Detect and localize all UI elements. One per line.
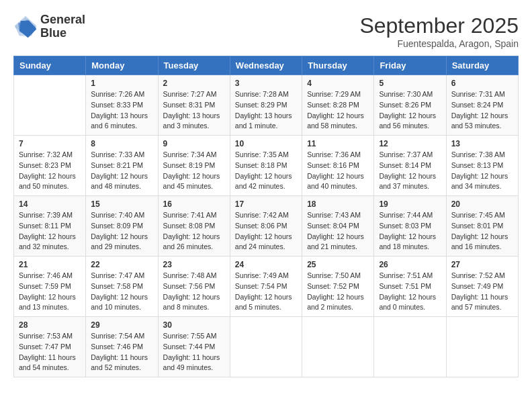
day-info: Sunrise: 7:40 AM Sunset: 8:09 PM Dayligh…: [91, 210, 152, 253]
sunset-text: Sunset: 8:19 PM: [163, 161, 225, 171]
calendar-cell: 22 Sunrise: 7:47 AM Sunset: 7:58 PM Dayl…: [86, 257, 158, 317]
day-number: 11: [307, 139, 369, 148]
sunrise-text: Sunrise: 7:40 AM: [91, 210, 152, 221]
daylight-text: Daylight: 12 hours and 45 minutes.: [163, 171, 225, 193]
calendar-cell: 19 Sunrise: 7:44 AM Sunset: 8:03 PM Dayl…: [374, 196, 446, 257]
day-number: 14: [19, 199, 81, 209]
calendar-cell: [302, 317, 374, 377]
calendar-cell: 9 Sunrise: 7:34 AM Sunset: 8:19 PM Dayli…: [158, 136, 230, 196]
sunrise-text: Sunrise: 7:32 AM: [19, 150, 81, 161]
day-info: Sunrise: 7:55 AM Sunset: 7:44 PM Dayligh…: [163, 331, 225, 373]
daylight-text: Daylight: 12 hours and 58 minutes.: [307, 111, 369, 132]
sunrise-text: Sunrise: 7:44 AM: [379, 210, 441, 221]
calendar-cell: 2 Sunrise: 7:27 AM Sunset: 8:31 PM Dayli…: [158, 75, 230, 136]
calendar-header-row: SundayMondayTuesdayWednesdayThursdayFrid…: [14, 56, 519, 75]
sunset-text: Sunset: 7:56 PM: [163, 281, 225, 292]
sunset-text: Sunset: 8:08 PM: [163, 221, 225, 232]
daylight-text: Daylight: 11 hours and 49 minutes.: [163, 353, 225, 374]
sunrise-text: Sunrise: 7:50 AM: [307, 271, 369, 281]
logo-icon: [13, 15, 38, 39]
calendar-cell: 11 Sunrise: 7:36 AM Sunset: 8:16 PM Dayl…: [302, 136, 374, 196]
day-info: Sunrise: 7:32 AM Sunset: 8:23 PM Dayligh…: [19, 150, 81, 192]
sunrise-text: Sunrise: 7:45 AM: [451, 210, 513, 221]
sunset-text: Sunset: 7:44 PM: [163, 342, 225, 353]
sunrise-text: Sunrise: 7:27 AM: [163, 89, 225, 100]
calendar-cell: 26 Sunrise: 7:51 AM Sunset: 7:51 PM Dayl…: [374, 257, 446, 317]
day-number: 16: [163, 199, 225, 209]
sunrise-text: Sunrise: 7:28 AM: [235, 89, 297, 100]
day-info: Sunrise: 7:41 AM Sunset: 8:08 PM Dayligh…: [163, 210, 225, 253]
sunset-text: Sunset: 8:09 PM: [91, 221, 152, 232]
day-info: Sunrise: 7:29 AM Sunset: 8:28 PM Dayligh…: [307, 89, 369, 132]
logo-line1: General: [40, 13, 85, 27]
sunrise-text: Sunrise: 7:38 AM: [451, 150, 513, 161]
day-number: 23: [163, 260, 225, 269]
day-info: Sunrise: 7:48 AM Sunset: 7:56 PM Dayligh…: [163, 271, 225, 313]
sunset-text: Sunset: 7:49 PM: [451, 281, 513, 292]
day-info: Sunrise: 7:45 AM Sunset: 8:01 PM Dayligh…: [451, 210, 513, 253]
day-number: 28: [19, 320, 81, 330]
day-info: Sunrise: 7:42 AM Sunset: 8:06 PM Dayligh…: [235, 210, 297, 253]
calendar-cell: 7 Sunrise: 7:32 AM Sunset: 8:23 PM Dayli…: [14, 136, 86, 196]
day-info: Sunrise: 7:38 AM Sunset: 8:13 PM Dayligh…: [451, 150, 513, 192]
day-number: 21: [19, 260, 81, 269]
day-number: 7: [19, 139, 81, 148]
sunset-text: Sunset: 7:47 PM: [19, 342, 81, 353]
calendar-cell: 16 Sunrise: 7:41 AM Sunset: 8:08 PM Dayl…: [158, 196, 230, 257]
day-info: Sunrise: 7:43 AM Sunset: 8:04 PM Dayligh…: [307, 210, 369, 253]
calendar-cell: [14, 75, 86, 136]
day-number: 13: [451, 139, 513, 148]
daylight-text: Daylight: 12 hours and 50 minutes.: [19, 171, 81, 193]
sunset-text: Sunset: 8:13 PM: [451, 161, 513, 171]
sunrise-text: Sunrise: 7:30 AM: [379, 89, 441, 100]
sunset-text: Sunset: 7:51 PM: [379, 281, 441, 292]
daylight-text: Daylight: 12 hours and 26 minutes.: [163, 232, 225, 253]
calendar-cell: [446, 317, 518, 377]
calendar-cell: 14 Sunrise: 7:39 AM Sunset: 8:11 PM Dayl…: [14, 196, 86, 257]
calendar-cell: 10 Sunrise: 7:35 AM Sunset: 8:18 PM Dayl…: [230, 136, 302, 196]
logo-text: General Blue: [40, 13, 85, 40]
day-info: Sunrise: 7:39 AM Sunset: 8:11 PM Dayligh…: [19, 210, 81, 253]
sunset-text: Sunset: 8:16 PM: [307, 161, 369, 171]
sunrise-text: Sunrise: 7:48 AM: [163, 271, 225, 281]
calendar-cell: 23 Sunrise: 7:48 AM Sunset: 7:56 PM Dayl…: [158, 257, 230, 317]
daylight-text: Daylight: 12 hours and 18 minutes.: [379, 232, 441, 253]
sunset-text: Sunset: 8:11 PM: [19, 221, 81, 232]
day-info: Sunrise: 7:28 AM Sunset: 8:29 PM Dayligh…: [235, 89, 297, 132]
calendar-cell: 25 Sunrise: 7:50 AM Sunset: 7:52 PM Dayl…: [302, 257, 374, 317]
calendar-cell: 15 Sunrise: 7:40 AM Sunset: 8:09 PM Dayl…: [86, 196, 158, 257]
day-info: Sunrise: 7:52 AM Sunset: 7:49 PM Dayligh…: [451, 271, 513, 313]
sunset-text: Sunset: 8:24 PM: [451, 100, 513, 111]
day-info: Sunrise: 7:27 AM Sunset: 8:31 PM Dayligh…: [163, 89, 225, 132]
sunset-text: Sunset: 8:31 PM: [163, 100, 225, 111]
daylight-text: Daylight: 13 hours and 3 minutes.: [163, 111, 225, 132]
sunset-text: Sunset: 8:23 PM: [19, 161, 81, 171]
calendar-cell: 29 Sunrise: 7:54 AM Sunset: 7:46 PM Dayl…: [86, 317, 158, 377]
daylight-text: Daylight: 11 hours and 52 minutes.: [91, 353, 152, 374]
logo-line2: Blue: [40, 27, 85, 40]
calendar-cell: [374, 317, 446, 377]
day-number: 9: [163, 139, 225, 148]
calendar-week-2: 14 Sunrise: 7:39 AM Sunset: 8:11 PM Dayl…: [14, 196, 519, 257]
day-number: 10: [235, 139, 297, 148]
calendar-week-1: 7 Sunrise: 7:32 AM Sunset: 8:23 PM Dayli…: [14, 136, 519, 196]
sunrise-text: Sunrise: 7:49 AM: [235, 271, 297, 281]
sunset-text: Sunset: 8:18 PM: [235, 161, 297, 171]
calendar-cell: 12 Sunrise: 7:37 AM Sunset: 8:14 PM Dayl…: [374, 136, 446, 196]
sunset-text: Sunset: 7:59 PM: [19, 281, 81, 292]
daylight-text: Daylight: 11 hours and 57 minutes.: [451, 292, 513, 314]
header-wednesday: Wednesday: [230, 56, 302, 75]
daylight-text: Daylight: 12 hours and 29 minutes.: [91, 232, 152, 253]
calendar-cell: 28 Sunrise: 7:53 AM Sunset: 7:47 PM Dayl…: [14, 317, 86, 377]
sunrise-text: Sunrise: 7:52 AM: [451, 271, 513, 281]
sunset-text: Sunset: 8:26 PM: [379, 100, 441, 111]
day-number: 30: [163, 320, 225, 330]
calendar-cell: 4 Sunrise: 7:29 AM Sunset: 8:28 PM Dayli…: [302, 75, 374, 136]
day-info: Sunrise: 7:44 AM Sunset: 8:03 PM Dayligh…: [379, 210, 441, 253]
month-title: September 2025: [359, 13, 519, 38]
day-number: 18: [307, 199, 369, 209]
daylight-text: Daylight: 12 hours and 48 minutes.: [91, 171, 152, 193]
day-info: Sunrise: 7:36 AM Sunset: 8:16 PM Dayligh…: [307, 150, 369, 192]
day-number: 1: [91, 79, 152, 88]
calendar-cell: 13 Sunrise: 7:38 AM Sunset: 8:13 PM Dayl…: [446, 136, 518, 196]
